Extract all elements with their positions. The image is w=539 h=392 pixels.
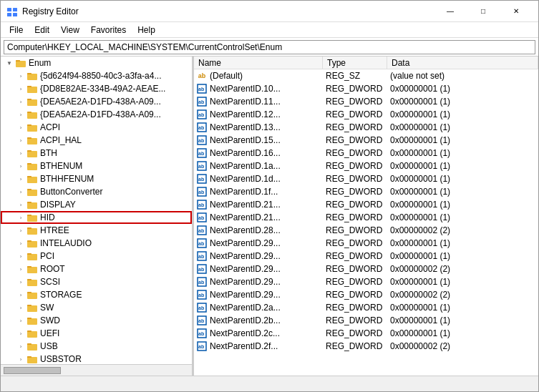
tree-item-bthenum[interactable]: › BTHENUM [1,160,192,172]
value-row-2[interactable]: ab NextParentID.12... REG_DWORD 0x000000… [194,108,538,121]
tree-item-enum[interactable]: ▼ Enum [1,57,192,69]
value-type-default: REG_SZ [323,69,387,82]
reg-dword-icon-19: ab [197,328,207,338]
value-row-10[interactable]: ab NextParentID.21... REG_DWORD 0x000000… [194,211,538,224]
value-row-16[interactable]: ab NextParentID.29... REG_DWORD 0x000000… [194,288,538,301]
tree-scroll[interactable]: ▼ Enum › {5d624f94-8850-40c3- [1,57,192,364]
tree-item-acpi-hal[interactable]: › ACPI_HAL [1,134,192,147]
svg-text:ab: ab [198,112,204,117]
value-row-17[interactable]: ab NextParentID.2a... REG_DWORD 0x000000… [194,301,538,314]
minimize-button[interactable]: — [434,1,467,22]
svg-rect-28 [27,215,37,222]
svg-rect-19 [27,150,31,152]
tree-item-root[interactable]: › ROOT [1,263,192,275]
tree-item-dea2[interactable]: › {DEA5AE2A-D1FD-438A-A09... [1,108,192,121]
expand-icon-scsi: › [15,276,26,288]
svg-rect-42 [27,305,37,312]
svg-text:ab: ab [198,215,204,220]
folder-icon-root [26,263,38,275]
tree-item-bth[interactable]: › BTH [1,147,192,160]
tree-hscroll[interactable] [1,364,192,376]
tree-item-intelaudio[interactable]: › INTELAUDIO [1,237,192,250]
close-button[interactable]: ✕ [500,1,533,22]
tree-label-pci: PCI [40,251,54,261]
svg-rect-1 [13,8,17,11]
tree-item-display[interactable]: › DISPLAY [1,198,192,211]
reg-dword-icon-13: ab [197,251,207,261]
tree-item-5d624f94[interactable]: › {5d624f94-8850-40c3-a3fa-a4... [1,69,192,82]
tree-item-htree[interactable]: › HTREE [1,224,192,237]
svg-rect-25 [27,189,31,190]
tree-item-dd8e82ae[interactable]: › {DD8E82AE-334B-49A2-AEAE... [1,82,192,95]
value-row-19[interactable]: ab NextParentID.2c... REG_DWORD 0x000000… [194,327,538,340]
value-data-16: 0x00000002 (2) [387,288,538,300]
tree-item-hid[interactable]: › HID [1,211,192,224]
values-scroll[interactable]: ab (Default) REG_SZ (value not set) ab N… [194,69,538,376]
value-data-17: 0x00000001 (1) [387,301,538,313]
svg-rect-46 [27,331,37,338]
value-row-7[interactable]: ab NextParentID.1d... REG_DWORD 0x000000… [194,172,538,185]
svg-rect-9 [27,86,31,87]
value-row-0[interactable]: ab NextParentID.10... REG_DWORD 0x000000… [194,82,538,95]
menu-favorites[interactable]: Favorites [85,24,132,36]
menu-view[interactable]: View [55,24,85,36]
svg-text:ab: ab [198,228,204,233]
value-row-11[interactable]: ab NextParentID.28... REG_DWORD 0x000000… [194,224,538,237]
maximize-button[interactable]: □ [467,1,500,22]
tree-item-usbstor[interactable]: › USBSTOR [1,353,192,364]
expand-icon-storage: › [15,289,26,300]
value-row-1[interactable]: ab NextParentID.11... REG_DWORD 0x000000… [194,95,538,108]
value-row-20[interactable]: ab NextParentID.2f... REG_DWORD 0x000000… [194,340,538,353]
tree-item-buttonconverter[interactable]: › ButtonConverter [1,185,192,198]
tree-item-bthhfenum[interactable]: › BTHHFENUM [1,172,192,185]
tree-item-pci[interactable]: › PCI [1,250,192,263]
reg-dword-icon-18: ab [197,315,207,325]
svg-text:ab: ab [198,202,204,207]
menu-help[interactable]: Help [132,24,161,36]
address-input[interactable] [4,40,535,54]
tree-item-storage[interactable]: › STORAGE [1,288,192,301]
tree-pane: ▼ Enum › {5d624f94-8850-40c3- [1,57,194,376]
tree-hscroll-thumb[interactable] [4,367,61,374]
svg-rect-27 [27,202,31,203]
tree-item-scsi[interactable]: › SCSI [1,275,192,288]
svg-text:ab: ab [198,164,204,169]
svg-rect-15 [27,124,31,126]
tree-label-swd: SWD [40,315,60,325]
svg-rect-6 [27,74,37,80]
value-row-8[interactable]: ab NextParentID.1f... REG_DWORD 0x000000… [194,185,538,198]
tree-item-sw[interactable]: › SW [1,301,192,314]
svg-rect-13 [27,112,31,113]
svg-text:ab: ab [198,331,204,336]
svg-rect-34 [27,254,37,260]
tree-item-usb[interactable]: › USB [1,340,192,353]
menu-file[interactable]: File [4,24,29,36]
value-row-5[interactable]: ab NextParentID.16... REG_DWORD 0x000000… [194,147,538,160]
main-area: ▼ Enum › {5d624f94-8850-40c3- [1,57,538,376]
tree-item-acpi[interactable]: › ACPI [1,121,192,134]
value-name-11: ab NextParentID.28... [194,224,323,236]
value-row-6[interactable]: ab NextParentID.1a... REG_DWORD 0x000000… [194,160,538,172]
value-name-6: ab NextParentID.1a... [194,160,323,172]
tree-label-scsi: SCSI [40,277,60,287]
tree-item-swd[interactable]: › SWD [1,314,192,327]
tree-label-display: DISPLAY [40,200,76,210]
svg-rect-16 [27,138,37,144]
tree-label-dea2: {DEA5AE2A-D1FD-438A-A09... [40,109,161,119]
svg-rect-14 [27,125,37,132]
value-row-15[interactable]: ab NextParentID.29... REG_DWORD 0x000000… [194,275,538,288]
value-row-13[interactable]: ab NextParentID.29... REG_DWORD 0x000000… [194,250,538,263]
value-row-18[interactable]: ab NextParentID.2b... REG_DWORD 0x000000… [194,314,538,327]
value-row-9[interactable]: ab NextParentID.21... REG_DWORD 0x000000… [194,198,538,211]
menu-edit[interactable]: Edit [29,24,55,36]
value-row-12[interactable]: ab NextParentID.29... REG_DWORD 0x000000… [194,237,538,250]
value-name-20: ab NextParentID.2f... [194,340,323,352]
tree-item-dea1[interactable]: › {DEA5AE2A-D1FD-438A-A09... [1,95,192,108]
value-row-3[interactable]: ab NextParentID.13... REG_DWORD 0x000000… [194,121,538,134]
tree-label-sw: SW [40,303,54,313]
value-row-4[interactable]: ab NextParentID.15... REG_DWORD 0x000000… [194,134,538,147]
value-row-default[interactable]: ab (Default) REG_SZ (value not set) [194,69,538,82]
value-row-14[interactable]: ab NextParentID.29... REG_DWORD 0x000000… [194,263,538,275]
svg-rect-12 [27,112,37,119]
tree-item-uefi[interactable]: › UEFI [1,327,192,340]
